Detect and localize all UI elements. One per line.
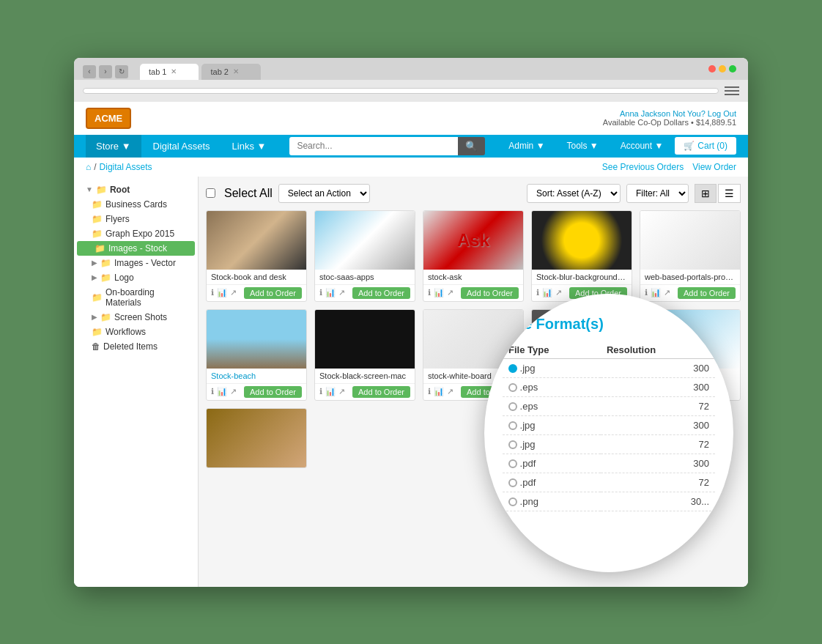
sidebar-item-images-stock[interactable]: 📁 Images - Stock xyxy=(77,241,195,256)
traffic-lights xyxy=(708,65,736,73)
format-row-radio-5[interactable]: .pdf xyxy=(503,454,601,473)
sidebar-item-root[interactable]: ▼ 📁 Root xyxy=(74,182,198,197)
action-select[interactable]: Select an Action xyxy=(278,184,370,203)
chart-icon-2[interactable]: 📊 xyxy=(434,288,444,297)
format-row-radio-4[interactable]: .jpg xyxy=(503,434,601,454)
nav-store[interactable]: Store ▼ xyxy=(86,135,141,158)
sidebar-item-deleted[interactable]: 🗑 Deleted Items xyxy=(74,339,198,354)
nav-account[interactable]: Account ▼ xyxy=(610,135,674,157)
select-all-checkbox[interactable] xyxy=(206,188,215,198)
tab-1[interactable]: tab 1 ✕ xyxy=(140,64,199,80)
radio-circle-0[interactable] xyxy=(508,364,517,373)
info-icon-0[interactable]: ℹ xyxy=(211,288,214,297)
filter-select[interactable]: Filter: All xyxy=(626,184,689,203)
sidebar-item-logo[interactable]: ▶ 📁 Logo xyxy=(74,270,198,285)
asset-card-2: Ask stock-ask ℹ 📊 ↗ Add to Order xyxy=(423,210,524,302)
format-row-radio-3[interactable]: .jpg xyxy=(503,415,601,434)
view-order-link[interactable]: View Order xyxy=(692,162,736,172)
sidebar-item-images-vector[interactable]: ▶ 📁 Images - Vector xyxy=(74,256,198,270)
info-icon-2[interactable]: ℹ xyxy=(428,288,431,297)
asset-card-3: Stock-blur-background.JPG ℹ 📊 ↗ Add to O… xyxy=(531,210,632,302)
chart-icon-3[interactable]: 📊 xyxy=(542,288,552,297)
share-icon-5[interactable]: ↗ xyxy=(230,387,237,396)
info-icon-1[interactable]: ℹ xyxy=(319,288,322,297)
sidebar-item-onboarding[interactable]: 📁 On-boarding Materials xyxy=(74,285,198,310)
info-icon-7[interactable]: ℹ xyxy=(428,387,431,396)
reload-button[interactable]: ↻ xyxy=(115,65,128,78)
chart-icon-0[interactable]: 📊 xyxy=(217,288,227,297)
tab-2-close[interactable]: ✕ xyxy=(233,67,239,75)
add-order-button-1[interactable]: Add to Order xyxy=(352,287,410,299)
see-previous-orders-link[interactable]: See Previous Orders xyxy=(602,162,684,172)
format-row-6: .pdf72 xyxy=(503,473,715,492)
info-icon-6[interactable]: ℹ xyxy=(319,387,322,396)
info-icon-3[interactable]: ℹ xyxy=(536,288,539,297)
breadcrumb-digital-assets[interactable]: Digital Assets xyxy=(100,162,152,172)
tab-2[interactable]: tab 2 ✕ xyxy=(201,64,260,80)
add-order-button-5[interactable]: Add to Order xyxy=(244,386,302,398)
share-icon-1[interactable]: ↗ xyxy=(338,288,345,297)
radio-circle-3[interactable] xyxy=(508,421,517,430)
cart-label: Cart (0) xyxy=(697,141,727,151)
format-row-radio-1[interactable]: .eps xyxy=(503,377,601,396)
nav-links[interactable]: Links ▼ xyxy=(222,135,277,158)
format-row-radio-0[interactable]: .jpg xyxy=(503,358,601,377)
search-button[interactable]: 🔍 xyxy=(458,137,485,155)
format-row-radio-2[interactable]: .eps xyxy=(503,396,601,415)
asset-name-5[interactable]: Stock-beach xyxy=(207,369,306,383)
sidebar-item-graph-expo[interactable]: 📁 Graph Expo 2015 xyxy=(74,226,198,241)
nav-admin[interactable]: Admin ▼ xyxy=(498,135,555,157)
cart-button[interactable]: 🛒 Cart (0) xyxy=(675,137,736,155)
forward-button[interactable]: › xyxy=(99,65,112,78)
share-icon-6[interactable]: ↗ xyxy=(338,387,345,396)
info-icon-4[interactable]: ℹ xyxy=(645,288,648,297)
chart-icon-4[interactable]: 📊 xyxy=(651,288,661,297)
chart-icon-6[interactable]: 📊 xyxy=(325,387,336,396)
asset-card-1: stoc-saas-apps ℹ 📊 ↗ Add to Order xyxy=(314,210,415,302)
breadcrumb-home[interactable]: ⌂ xyxy=(86,162,91,172)
asset-card-6: Stock-black-screen-mac ℹ 📊 ↗ Add to Orde… xyxy=(314,309,415,401)
back-button[interactable]: ‹ xyxy=(83,65,96,78)
info-icon-5[interactable]: ℹ xyxy=(211,387,214,396)
radio-circle-6[interactable] xyxy=(508,478,517,487)
user-name-link[interactable]: Anna Jackson Not You? Log Out xyxy=(620,109,736,118)
asset-actions-6: ℹ 📊 ↗ Add to Order xyxy=(315,383,415,400)
chart-icon-5[interactable]: 📊 xyxy=(217,387,227,396)
folder-icon: 📁 xyxy=(100,273,111,283)
sidebar-item-flyers[interactable]: 📁 Flyers xyxy=(74,212,198,226)
browser-menu-button[interactable] xyxy=(725,84,739,98)
share-icon-3[interactable]: ↗ xyxy=(555,288,562,297)
tabs-area: tab 1 ✕ tab 2 ✕ xyxy=(140,64,261,80)
grid-view-button[interactable]: ⊞ xyxy=(695,184,717,203)
nav-tools[interactable]: Tools ▼ xyxy=(557,135,609,157)
chart-icon-1[interactable]: 📊 xyxy=(325,288,336,297)
share-icon-7[interactable]: ↗ xyxy=(447,387,453,396)
share-icon-0[interactable]: ↗ xyxy=(230,288,237,297)
sort-select[interactable]: Sort: Asset (A-Z) xyxy=(527,184,621,203)
chart-icon-7[interactable]: 📊 xyxy=(434,387,444,396)
list-view-button[interactable]: ☰ xyxy=(718,184,741,203)
sidebar-item-business-cards[interactable]: 📁 Business Cards xyxy=(74,197,198,212)
search-input[interactable] xyxy=(289,137,458,155)
add-order-button-2[interactable]: Add to Order xyxy=(461,287,519,299)
sidebar-item-screenshots[interactable]: ▶ 📁 Screen Shots xyxy=(74,310,198,325)
format-row-radio-7[interactable]: .png xyxy=(503,492,601,511)
radio-circle-5[interactable] xyxy=(508,459,517,468)
radio-circle-2[interactable] xyxy=(508,402,517,411)
share-icon-2[interactable]: ↗ xyxy=(447,288,453,297)
format-row-5: .pdf300 xyxy=(503,454,715,473)
add-order-button-6[interactable]: Add to Order xyxy=(352,386,410,398)
address-bar[interactable] xyxy=(83,88,719,94)
nav-digital-assets[interactable]: Digital Assets xyxy=(143,135,221,158)
search-area: 🔍 xyxy=(289,137,485,155)
acme-logo: ACME xyxy=(86,108,131,129)
radio-circle-4[interactable] xyxy=(508,440,517,449)
format-row-radio-6[interactable]: .pdf xyxy=(503,473,601,492)
add-order-button-0[interactable]: Add to Order xyxy=(244,287,302,299)
radio-circle-7[interactable] xyxy=(508,497,517,506)
share-icon-4[interactable]: ↗ xyxy=(664,288,670,297)
sidebar-item-workflows[interactable]: 📁 Workflows xyxy=(74,325,198,339)
tab-1-close[interactable]: ✕ xyxy=(171,67,177,75)
add-order-button-4[interactable]: Add to Order xyxy=(678,287,736,299)
radio-circle-1[interactable] xyxy=(508,383,517,392)
